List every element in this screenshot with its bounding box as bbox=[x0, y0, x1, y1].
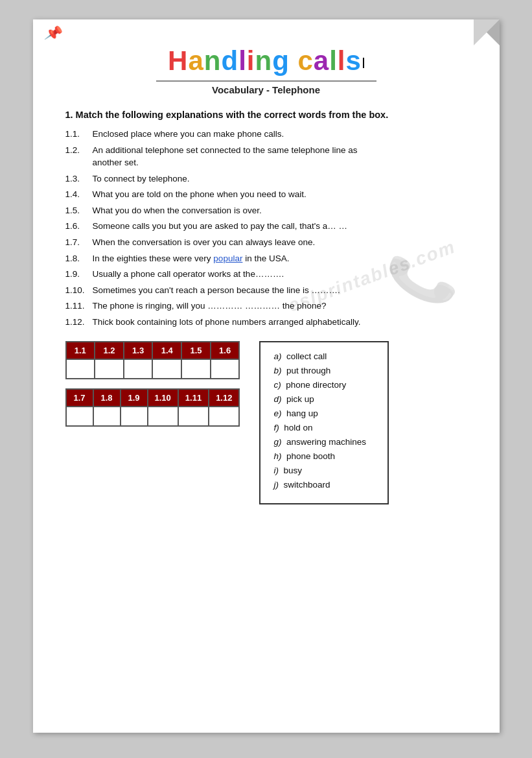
page-title: Handling calls bbox=[65, 45, 467, 77]
col-header: 1.4 bbox=[152, 342, 181, 359]
answer-cell[interactable] bbox=[93, 407, 121, 426]
match-table-1: 1.1 1.2 1.3 1.4 1.5 1.6 bbox=[65, 341, 240, 379]
col-header: 1.2 bbox=[95, 342, 124, 359]
answer-cell[interactable] bbox=[66, 359, 95, 379]
answer-cell[interactable] bbox=[178, 407, 209, 426]
worksheet-page: 📌 📞 eslprintables.com Handling calls Voc… bbox=[33, 19, 500, 733]
tables-area: 1.1 1.2 1.3 1.4 1.5 1.6 bbox=[65, 341, 467, 504]
pin-icon: 📌 bbox=[43, 23, 63, 43]
answer-cell[interactable] bbox=[152, 359, 181, 379]
word-item-b: b) put through bbox=[273, 366, 375, 375]
col-header: 1.3 bbox=[124, 342, 153, 359]
word-item-a: a) collect call bbox=[273, 351, 375, 361]
match-table-2: 1.7 1.8 1.9 1.10 1.11 1.12 bbox=[65, 388, 240, 427]
answer-cell[interactable] bbox=[66, 407, 93, 426]
answer-cell[interactable] bbox=[95, 359, 124, 379]
word-item-g: g) answering machines bbox=[273, 437, 375, 447]
col-header: 1.9 bbox=[121, 389, 148, 407]
list-item: 1.3. To connect by telephone. bbox=[65, 172, 467, 185]
col-header: 1.12 bbox=[209, 389, 239, 407]
list-item: 1.1. Enclosed place where you can make p… bbox=[65, 128, 467, 141]
answer-cell[interactable] bbox=[124, 359, 153, 379]
col-header: 1.5 bbox=[181, 342, 211, 359]
answer-cell[interactable] bbox=[148, 407, 178, 426]
list-item: 1.10. Sometimes you can't reach a person… bbox=[65, 284, 467, 297]
word-item-e: e) hang up bbox=[273, 409, 375, 418]
question-list: 1.1. Enclosed place where you can make p… bbox=[65, 128, 467, 328]
col-header: 1.11 bbox=[178, 389, 209, 407]
match-tables: 1.1 1.2 1.3 1.4 1.5 1.6 bbox=[65, 341, 240, 427]
word-item-f: f) hold on bbox=[273, 423, 375, 432]
answer-cell[interactable] bbox=[121, 407, 148, 426]
word-item-h: h) phone booth bbox=[273, 451, 375, 461]
list-item: 1.5. What you do when the conversation i… bbox=[65, 204, 467, 217]
col-header: 1.6 bbox=[211, 342, 240, 359]
fold-corner bbox=[474, 19, 500, 45]
list-item: 1.8. In the eighties these were very pop… bbox=[65, 252, 467, 265]
word-item-c: c) phone directory bbox=[273, 380, 375, 390]
word-item-d: d) pick up bbox=[273, 394, 375, 404]
answer-cell[interactable] bbox=[211, 359, 240, 379]
subtitle: Vocabulary - Telephone bbox=[65, 84, 467, 95]
list-item: 1.2. An additional telephone set connect… bbox=[65, 144, 467, 169]
col-header: 1.8 bbox=[93, 389, 121, 407]
list-item: 1.4. What you are told on the phone when… bbox=[65, 188, 467, 201]
list-item: 1.6. Someone calls you but you are asked… bbox=[65, 220, 467, 233]
word-box: a) collect call b) put through c) phone … bbox=[259, 341, 389, 504]
answer-cell[interactable] bbox=[209, 407, 239, 426]
section1-title: 1. Match the following explanations with… bbox=[65, 110, 467, 120]
col-header: 1.1 bbox=[66, 342, 95, 359]
word-item-j: j) switchboard bbox=[273, 480, 375, 490]
col-header: 1.7 bbox=[66, 389, 93, 407]
word-item-i: i) busy bbox=[273, 466, 375, 475]
list-item: 1.9. Usually a phone call operator works… bbox=[65, 268, 467, 281]
col-header: 1.10 bbox=[148, 389, 178, 407]
list-item: 1.12. Thick book containing lots of phon… bbox=[65, 316, 467, 329]
answer-cell[interactable] bbox=[181, 359, 211, 379]
title-underline bbox=[156, 80, 376, 82]
list-item: 1.11. The phone is ringing, will you ………… bbox=[65, 300, 467, 313]
list-item: 1.7. When the conversation is over you c… bbox=[65, 236, 467, 249]
